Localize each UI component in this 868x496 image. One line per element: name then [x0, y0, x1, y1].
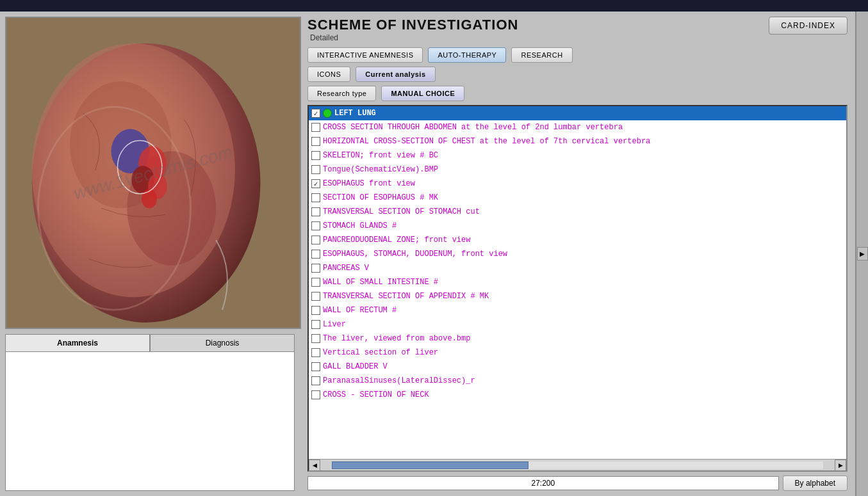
item-text: PANCREODUODENAL ZONE; front view — [323, 236, 470, 244]
item-text: HORIZONTAL CROSS-SECTION OF CHEST at the… — [323, 137, 650, 146]
list-item[interactable]: ESOPHAGUS front view — [309, 177, 846, 191]
list-item[interactable]: TRANSVERSAL SECTION OF APPENDIX # MK — [309, 289, 846, 303]
item-text: ESOPHAGUS, STOMACH, DUODENUM, front view — [323, 250, 507, 259]
list-item[interactable]: WALL OF SMALL INTESTINE # — [309, 275, 846, 289]
item-text: CROSS - SECTION OF NECK — [323, 390, 429, 399]
list-checkbox[interactable] — [311, 306, 320, 315]
list-item[interactable]: CROSS SECTION THROUGH ABDOMEN at the lev… — [309, 120, 846, 134]
list-item[interactable]: TRANSVERSAL SECTION OF STOMACH cut — [309, 205, 846, 219]
list-checkbox[interactable] — [311, 292, 320, 301]
list-checkbox[interactable] — [311, 137, 320, 146]
scheme-title-block: SCHEME OF INVESTIGATION Detailed — [307, 17, 518, 42]
list-inner[interactable]: LEFT LUNGCROSS SECTION THROUGH ABDOMEN a… — [309, 106, 846, 459]
list-item[interactable]: Vertical section of liver — [309, 346, 846, 360]
item-text: CROSS SECTION THROUGH ABDOMEN at the lev… — [323, 123, 623, 132]
list-item[interactable]: ESOPHAGUS, STOMACH, DUODENUM, front view — [309, 247, 846, 261]
lung-image — [6, 18, 300, 328]
item-text: TRANSVERSAL SECTION OF STOMACH cut — [323, 207, 480, 216]
list-checkbox[interactable] — [311, 376, 320, 385]
list-item[interactable]: Tongue(SchematicView).BMP — [309, 163, 846, 177]
item-text: WALL OF SMALL INTESTINE # — [323, 278, 438, 287]
list-checkbox[interactable] — [311, 207, 320, 216]
research-type-button[interactable]: Research type — [307, 86, 376, 101]
list-checkbox[interactable] — [311, 151, 320, 160]
anamnesis-tab[interactable]: Anamnesis — [5, 334, 150, 351]
icons-button[interactable]: ICONS — [307, 67, 350, 82]
list-item[interactable]: STOMACH GLANDS # — [309, 219, 846, 233]
svg-point-8 — [142, 189, 157, 209]
scroll-thumb[interactable] — [332, 461, 528, 469]
list-checkbox[interactable] — [311, 278, 320, 287]
top-bar — [0, 0, 868, 12]
list-item[interactable]: ParanasalSinuses(LateralDissec)_r — [309, 374, 846, 388]
list-checkbox[interactable] — [311, 109, 320, 118]
diagnosis-tab[interactable]: Diagnosis — [150, 334, 295, 351]
list-checkbox[interactable] — [311, 236, 320, 244]
list-checkbox[interactable] — [311, 264, 320, 273]
list-item[interactable]: LEFT LUNG — [309, 106, 846, 120]
list-checkbox[interactable] — [311, 334, 320, 343]
status-counter: 27:200 — [307, 476, 779, 490]
image-area: www.1vectornis.com — [5, 17, 301, 329]
item-text: SECTION OF ESOPHAGUS # MK — [323, 193, 438, 202]
scheme-header: SCHEME OF INVESTIGATION Detailed CARD-IN… — [307, 17, 848, 42]
list-item[interactable]: PANCREODUODENAL ZONE; front view — [309, 233, 846, 247]
scroll-left-arrow[interactable]: ◀ — [309, 460, 320, 471]
list-checkbox[interactable] — [311, 250, 320, 259]
scroll-track — [332, 461, 823, 469]
list-checkbox[interactable] — [311, 320, 320, 329]
list-item[interactable]: HORIZONTAL CROSS-SECTION OF CHEST at the… — [309, 134, 846, 148]
item-text: ParanasalSinuses(LateralDissec)_r — [323, 376, 475, 385]
status-dot — [323, 109, 332, 118]
list-checkbox[interactable] — [311, 390, 320, 399]
auto-therapy-button[interactable]: AUTO-THERAPY — [428, 47, 506, 63]
list-checkbox[interactable] — [311, 348, 320, 357]
list-item[interactable]: PANCREAS V — [309, 261, 846, 275]
right-edge-panel: ▶ — [855, 12, 868, 496]
toolbar-row-1: INTERACTIVE ANEMNESIS AUTO-THERAPY RESEA… — [307, 47, 848, 63]
item-text: PANCREAS V — [323, 264, 369, 273]
list-checkbox[interactable] — [311, 123, 320, 132]
scheme-title: SCHEME OF INVESTIGATION — [307, 17, 518, 33]
item-text: STOMACH GLANDS # — [323, 221, 397, 230]
item-text: Tongue(SchematicView).BMP — [323, 165, 438, 174]
item-text: ESOPHAGUS front view — [323, 179, 415, 188]
list-container: LEFT LUNGCROSS SECTION THROUGH ABDOMEN a… — [307, 105, 848, 472]
toolbar-row-3: Research type MANUAL CHOICE — [307, 86, 848, 101]
list-checkbox[interactable] — [311, 193, 320, 202]
item-text: LEFT LUNG — [334, 109, 376, 118]
tab-content — [5, 351, 295, 491]
list-item[interactable]: WALL OF RECTUM # — [309, 303, 846, 317]
scroll-right-arrow[interactable]: ▶ — [835, 460, 846, 471]
right-panel: SCHEME OF INVESTIGATION Detailed CARD-IN… — [300, 12, 855, 496]
list-item[interactable]: Liver — [309, 317, 846, 332]
tab-row: Anamnesis Diagnosis — [5, 334, 295, 351]
item-text: Vertical section of liver — [323, 348, 438, 357]
current-analysis-button[interactable]: Current analysis — [356, 67, 435, 82]
research-button[interactable]: RESEARCH — [511, 47, 572, 63]
horizontal-scroll[interactable]: ◀ ▶ — [309, 459, 846, 470]
status-bar: 27:200 By alphabet — [307, 476, 848, 491]
right-edge-tab[interactable]: ▶ — [857, 247, 868, 260]
list-checkbox[interactable] — [311, 179, 320, 188]
item-text: TRANSVERSAL SECTION OF APPENDIX # MK — [323, 292, 489, 301]
item-text: SKELETON; front view # BC — [323, 151, 438, 160]
list-item[interactable]: SECTION OF ESOPHAGUS # MK — [309, 191, 846, 205]
item-text: The liver, viewed from above.bmp — [323, 334, 470, 343]
list-checkbox[interactable] — [311, 362, 320, 371]
list-checkbox[interactable] — [311, 221, 320, 230]
sort-button[interactable]: By alphabet — [783, 476, 848, 491]
manual-choice-button[interactable]: MANUAL CHOICE — [381, 86, 464, 101]
item-text: Liver — [323, 320, 346, 329]
list-item[interactable]: The liver, viewed from above.bmp — [309, 332, 846, 346]
list-item[interactable]: SKELETON; front view # BC — [309, 148, 846, 163]
item-text: GALL BLADDER V — [323, 362, 388, 371]
interactive-anemnesis-button[interactable]: INTERACTIVE ANEMNESIS — [307, 47, 423, 63]
bottom-left-panel: Anamnesis Diagnosis — [5, 334, 295, 491]
list-checkbox[interactable] — [311, 165, 320, 174]
list-item[interactable]: CROSS - SECTION OF NECK — [309, 388, 846, 402]
scheme-subtitle: Detailed — [310, 33, 518, 42]
left-panel: www.1vectornis.com Anamnesis Diagnosis — [0, 12, 300, 496]
list-item[interactable]: GALL BLADDER V — [309, 360, 846, 374]
card-index-button[interactable]: CARD-INDEX — [769, 17, 848, 35]
